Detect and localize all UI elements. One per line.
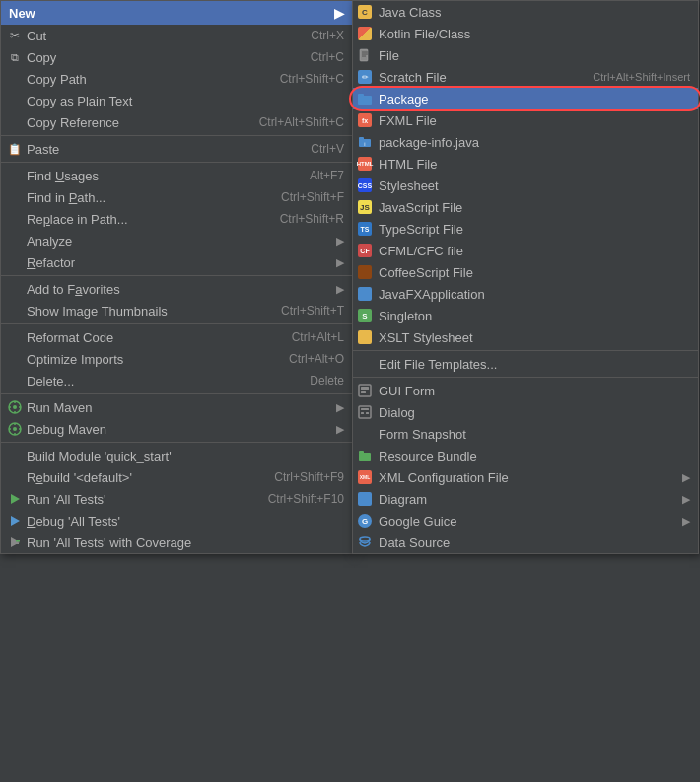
scratch-file-shortcut: Ctrl+Alt+Shift+Insert (593, 71, 690, 83)
html-file-item[interactable]: HTML HTML File (353, 153, 698, 175)
show-thumbnails-label: Show Image Thumbnails (27, 304, 261, 319)
javafx-app-item[interactable]: JavaFXApplication (353, 283, 698, 305)
reformat-code-item[interactable]: Reformat Code Ctrl+Alt+L (1, 326, 352, 348)
paste-label: Paste (27, 142, 291, 157)
separator-4 (1, 323, 352, 324)
fxml-file-item[interactable]: fx FXML File (353, 109, 698, 131)
svg-point-7 (13, 427, 17, 431)
rebuild-item[interactable]: Rebuild '<default>' Ctrl+Shift+F9 (1, 466, 352, 488)
svg-rect-31 (361, 412, 364, 414)
run-coverage-item[interactable]: Run 'All Tests' with Coverage (1, 532, 352, 553)
package-info-icon: i (357, 134, 373, 150)
form-snapshot-item[interactable]: Form Snapshot (353, 423, 698, 445)
debug-all-tests-label: Debug 'All Tests' (27, 514, 344, 529)
run-all-tests-item[interactable]: Run 'All Tests' Ctrl+Shift+F10 (1, 488, 352, 510)
copy-item[interactable]: ⧉ Copy Ctrl+C (1, 46, 352, 68)
copy-path-item[interactable]: Copy Path Ctrl+Shift+C (1, 68, 352, 90)
xml-config-arrow: ▶ (682, 471, 690, 484)
refactor-item[interactable]: Refactor ▶ (1, 251, 352, 273)
gui-form-icon (357, 383, 373, 398)
analyze-item[interactable]: Analyze ▶ (1, 230, 352, 251)
dialog-item[interactable]: Dialog (353, 401, 698, 423)
data-source-item[interactable]: Data Source (353, 532, 698, 553)
run-all-tests-icon (7, 491, 23, 507)
right-context-menu: C Java Class Kotlin File/Class File ✏ Sc… (352, 0, 699, 554)
package-item[interactable]: Package (353, 88, 698, 109)
replace-in-path-item[interactable]: Replace in Path... Ctrl+Shift+R (1, 208, 352, 230)
paste-item[interactable]: 📋 Paste Ctrl+V (1, 138, 352, 160)
analyze-label: Analyze (27, 234, 331, 249)
svg-rect-26 (359, 385, 371, 396)
file-label: File (379, 48, 690, 63)
cfml-file-label: CFML/CFC file (379, 244, 690, 258)
right-separator-2 (353, 377, 698, 378)
rebuild-label: Rebuild '<default>' (27, 470, 254, 485)
resource-bundle-item[interactable]: Resource Bundle (353, 445, 698, 466)
run-maven-item[interactable]: Run Maven ▶ (1, 396, 352, 418)
file-item[interactable]: File (353, 44, 698, 66)
cut-item[interactable]: ✂ Cut Ctrl+X (1, 25, 352, 46)
dialog-label: Dialog (379, 405, 690, 420)
find-in-path-item[interactable]: Find in Path... Ctrl+Shift+F (1, 186, 352, 208)
scratch-file-label: Scratch File (379, 70, 593, 85)
svg-rect-27 (361, 387, 369, 390)
google-guice-item[interactable]: G Google Guice ▶ (353, 510, 698, 532)
svg-marker-13 (11, 516, 20, 526)
cfml-file-item[interactable]: CF CFML/CFC file (353, 240, 698, 261)
svg-rect-24 (359, 137, 364, 140)
add-favorites-item[interactable]: Add to Favorites ▶ (1, 278, 352, 300)
copy-reference-label: Copy Reference (27, 115, 240, 130)
reformat-code-shortcut: Ctrl+Alt+L (292, 330, 344, 344)
scratch-file-icon: ✏ (357, 69, 373, 85)
cut-label: Cut (27, 29, 291, 43)
scissors-icon: ✂ (7, 28, 23, 43)
svg-rect-30 (361, 408, 369, 410)
javascript-file-label: JavaScript File (379, 200, 690, 215)
replace-in-path-shortcut: Ctrl+Shift+R (280, 212, 344, 226)
gui-form-item[interactable]: GUI Form (353, 380, 698, 401)
javascript-file-item[interactable]: JS JavaScript File (353, 196, 698, 218)
xslt-item[interactable]: XSLT Stylesheet (353, 326, 698, 348)
java-class-icon: C (357, 4, 373, 20)
typescript-file-item[interactable]: TS TypeScript File (353, 218, 698, 240)
typescript-icon: TS (357, 221, 373, 237)
new-menu-header[interactable]: New ▶ (1, 1, 352, 25)
java-class-item[interactable]: C Java Class (353, 1, 698, 23)
package-info-item[interactable]: i package-info.java (353, 131, 698, 153)
build-module-item[interactable]: Build Module 'quick_start' (1, 445, 352, 466)
xml-config-icon: XML (357, 469, 373, 485)
edit-templates-item[interactable]: Edit File Templates... (353, 353, 698, 375)
kotlin-class-icon (357, 26, 373, 41)
left-context-menu: New ▶ ✂ Cut Ctrl+X ⧉ Copy Ctrl+C Copy Pa… (0, 0, 353, 554)
xml-config-item[interactable]: XML XML Configuration File ▶ (353, 466, 698, 488)
copy-plain-text-item[interactable]: Copy as Plain Text (1, 90, 352, 111)
find-in-path-shortcut: Ctrl+Shift+F (281, 190, 344, 204)
html-file-label: HTML File (379, 157, 690, 172)
diagram-item[interactable]: Diagram ▶ (353, 488, 698, 510)
package-info-label: package-info.java (379, 135, 690, 150)
svg-rect-21 (358, 96, 372, 105)
copy-label: Copy (27, 50, 291, 65)
delete-item[interactable]: Delete... Delete (1, 370, 352, 391)
debug-all-tests-item[interactable]: Debug 'All Tests' (1, 510, 352, 532)
context-menu-container: New ▶ ✂ Cut Ctrl+X ⧉ Copy Ctrl+C Copy Pa… (0, 0, 353, 554)
find-usages-item[interactable]: Find Usages Alt+F7 (1, 165, 352, 186)
singleton-item[interactable]: S Singleton (353, 305, 698, 326)
stylesheet-item[interactable]: CSS Stylesheet (353, 175, 698, 196)
run-all-tests-shortcut: Ctrl+Shift+F10 (268, 492, 344, 506)
svg-rect-22 (358, 94, 364, 97)
show-thumbnails-item[interactable]: Show Image Thumbnails Ctrl+Shift+T (1, 300, 352, 321)
rebuild-shortcut: Ctrl+Shift+F9 (274, 470, 344, 484)
separator-6 (1, 442, 352, 443)
analyze-arrow: ▶ (336, 235, 344, 248)
data-source-label: Data Source (379, 535, 690, 550)
form-snapshot-label: Form Snapshot (379, 427, 690, 442)
scratch-file-item[interactable]: ✏ Scratch File Ctrl+Alt+Shift+Insert (353, 66, 698, 88)
cfml-icon: CF (357, 243, 373, 258)
kotlin-class-item[interactable]: Kotlin File/Class (353, 23, 698, 44)
debug-maven-item[interactable]: Debug Maven ▶ (1, 418, 352, 440)
copy-reference-item[interactable]: Copy Reference Ctrl+Alt+Shift+C (1, 111, 352, 133)
optimize-imports-item[interactable]: Optimize Imports Ctrl+Alt+O (1, 348, 352, 370)
coffeescript-file-item[interactable]: CoffeeScript File (353, 261, 698, 283)
gui-form-label: GUI Form (379, 384, 690, 398)
